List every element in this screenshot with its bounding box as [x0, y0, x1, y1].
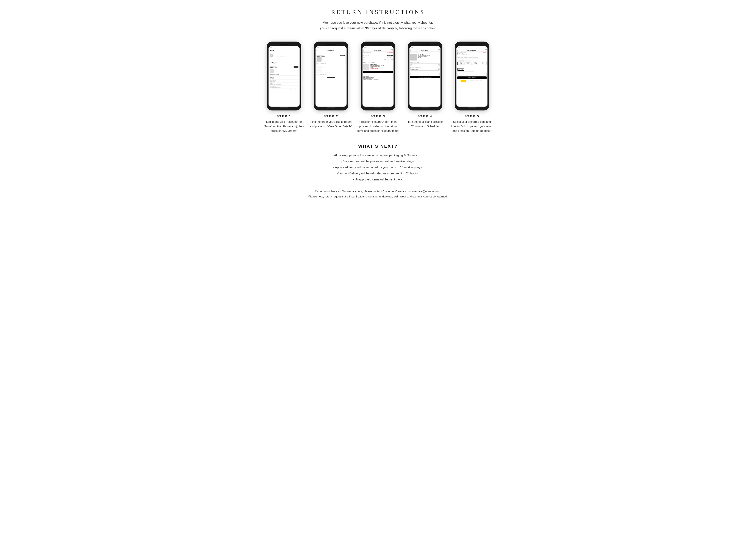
step-3-label: STEP 3 [370, 114, 385, 118]
step-1-label: STEP 1 [277, 114, 291, 118]
whats-next-item-3: - Approved items will be refunded by you… [242, 164, 514, 170]
step-4-desc: Fill in the details and press on "Contin… [403, 120, 446, 129]
step-1-desc: Log in and visit "Account" (or "More" on… [262, 120, 306, 133]
footer-line-2: Please note, return requests are final. … [242, 194, 514, 199]
step-5-label: STEP 5 [464, 114, 479, 118]
footer-section: If you do not have an Ounass account, pl… [242, 189, 514, 199]
steps-container: 5:55 ▲ ● ■ More PS Hello Paul paul.smith… [242, 41, 514, 133]
whats-next-item-1: - At pick-up, provide the item in its or… [242, 152, 514, 158]
step-2-desc: Find the order you'd like to return and … [310, 120, 353, 129]
phone-5: 5:57 ▲ ● ■ ‹Schedule Pickupⓘ PICKUP ADDR… [455, 41, 489, 111]
phone-3: 5:55 ▲ ● ■ ‹Order detailsⓘ Order ID: BOS… [361, 41, 395, 111]
step-4-col: 5:56 ▲ ● ■ ‹Select Itemsⓘ BALENCIAGA BAL… [403, 41, 446, 133]
step-3-col: 5:55 ▲ ● ■ ‹Order detailsⓘ Order ID: BOS… [357, 41, 399, 133]
step-2-col: 5:55 ▲ ● ■ ‹My Orders CLOSED ORDERS DELI… [310, 41, 353, 133]
footer-line-1: If you do not have an Ounass account, pl… [242, 189, 514, 194]
step-5-col: 5:57 ▲ ● ■ ‹Schedule Pickupⓘ PICKUP ADDR… [450, 41, 494, 133]
step-3-desc: Press on "Return Order", then proceed to… [357, 120, 399, 133]
whats-next-item-5: - Unapproved items will be sent back. [242, 176, 514, 182]
step-2-label: STEP 2 [323, 114, 338, 118]
step-4-label: STEP 4 [418, 114, 432, 118]
subtitle: We hope you love your new purchase. If i… [242, 20, 514, 31]
phone-1: 5:55 ▲ ● ■ More PS Hello Paul paul.smith… [267, 41, 301, 111]
phone-4: 5:56 ▲ ● ■ ‹Select Itemsⓘ BALENCIAGA BAL… [408, 41, 442, 111]
whats-next-section: WHAT'S NEXT? - At pick-up, provide the i… [242, 144, 514, 182]
step-1-col: 5:55 ▲ ● ■ More PS Hello Paul paul.smith… [262, 41, 306, 133]
whats-next-list: - At pick-up, provide the item in its or… [242, 152, 514, 182]
whats-next-item-2: - Your request will be processed within … [242, 158, 514, 164]
step-5-desc: Select your preferred date and time for … [450, 120, 494, 133]
whats-next-item-4: Cash on Delivery will be refunded as sto… [242, 170, 514, 176]
phone-2: 5:55 ▲ ● ■ ‹My Orders CLOSED ORDERS DELI… [314, 41, 348, 111]
page-title: RETURN INSTRUCTIONS [242, 9, 514, 15]
whats-next-title: WHAT'S NEXT? [242, 144, 514, 149]
